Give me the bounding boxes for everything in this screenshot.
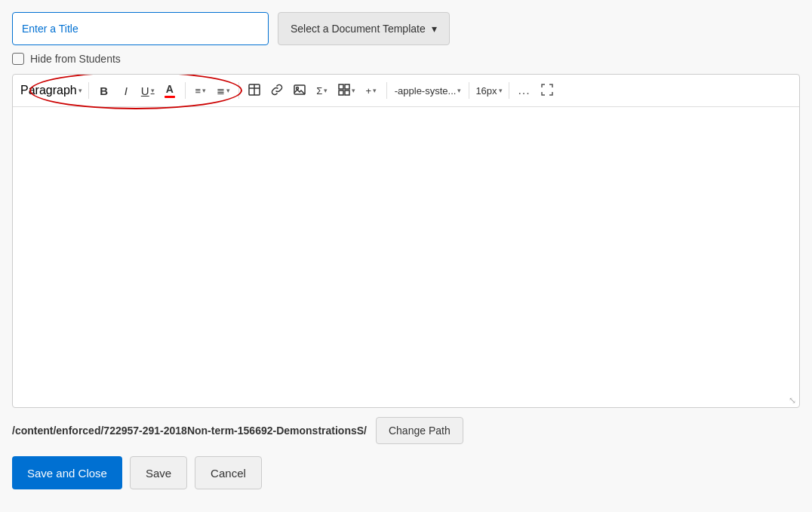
path-text: /content/enforced/722957-291-2018Non-ter… — [12, 425, 367, 437]
bold-button[interactable]: B — [94, 79, 115, 102]
resize-handle[interactable]: ⤡ — [789, 395, 796, 406]
font-family-select[interactable]: -apple-syste... ▾ — [392, 79, 465, 102]
underline-label: U — [141, 84, 149, 97]
paragraph-label: Paragraph — [20, 84, 77, 97]
save-close-button[interactable]: Save and Close — [12, 456, 122, 489]
cancel-button[interactable]: Cancel — [195, 456, 262, 489]
font-size-chevron: ▾ — [499, 87, 503, 94]
align-chevron: ▾ — [202, 87, 206, 94]
font-size-label: 16px — [475, 85, 497, 97]
paragraph-chevron: ▾ — [78, 87, 82, 94]
link-button[interactable] — [266, 79, 288, 102]
list-icon: ≣ — [217, 85, 225, 97]
link-icon — [271, 84, 283, 98]
hide-label: Hide from Students — [30, 53, 121, 65]
table-toggle-icon — [248, 84, 260, 98]
svg-rect-5 — [339, 84, 343, 89]
color-letter: A — [166, 83, 174, 95]
font-family-label: -apple-syste... — [395, 85, 457, 97]
hide-checkbox[interactable] — [12, 53, 24, 65]
path-row: /content/enforced/722957-291-2018Non-ter… — [12, 417, 800, 444]
image-icon — [294, 84, 306, 98]
list-group: ≣ ▾ — [213, 79, 234, 102]
font-size-select[interactable]: 16px ▾ — [474, 79, 503, 102]
sep-2 — [185, 82, 186, 99]
title-input[interactable] — [12, 12, 269, 45]
editor-body[interactable] — [13, 107, 799, 394]
svg-rect-6 — [345, 84, 349, 89]
image-button[interactable] — [289, 79, 310, 102]
editor-resize: ⤡ — [13, 394, 799, 407]
hide-from-students-row: Hide from Students — [12, 53, 800, 65]
align-icon: ≡ — [195, 85, 201, 97]
italic-button[interactable]: I — [115, 79, 137, 102]
sep-1 — [88, 82, 89, 99]
color-button[interactable]: A — [159, 79, 180, 102]
list-button[interactable]: ≣ ▾ — [213, 79, 234, 102]
svg-rect-8 — [345, 90, 349, 95]
sigma-icon: Σ — [316, 85, 322, 97]
path-bold: 722957-291-2018Non-term-156692-Demonstra… — [103, 425, 367, 437]
sep-6 — [509, 82, 509, 99]
sigma-button[interactable]: Σ ▾ — [312, 79, 333, 102]
sigma-chevron: ▾ — [324, 87, 328, 94]
editor-container: Paragraph ▾ B I U ▾ A ≡ — [12, 74, 800, 408]
color-bar — [165, 96, 175, 98]
grid-chevron: ▾ — [352, 87, 355, 94]
plus-chevron: ▾ — [373, 87, 377, 94]
list-chevron: ▾ — [226, 87, 230, 94]
path-prefix: /content/enforced/ — [12, 425, 103, 437]
sep-3 — [238, 82, 239, 99]
color-icon: A — [165, 83, 175, 98]
more-icon: ... — [518, 84, 530, 97]
plus-button[interactable]: + ▾ — [361, 79, 382, 102]
grid-button[interactable]: ▾ — [334, 79, 359, 102]
toolbar: Paragraph ▾ B I U ▾ A ≡ — [13, 75, 799, 107]
more-button[interactable]: ... — [514, 79, 535, 102]
table-toggle-button[interactable] — [244, 79, 265, 102]
align-group: ≡ ▾ — [190, 79, 211, 102]
sep-5 — [469, 82, 469, 99]
action-row: Save and Close Save Cancel — [12, 456, 800, 489]
grid-icon — [338, 84, 350, 98]
fullscreen-icon — [541, 84, 553, 98]
paragraph-select-wrap[interactable]: Paragraph ▾ — [19, 84, 84, 97]
template-button-label: Select a Document Template — [291, 23, 426, 35]
top-row: Select a Document Template ▾ — [12, 12, 800, 45]
format-group: B I U ▾ A — [94, 79, 180, 102]
sep-4 — [386, 82, 387, 99]
plus-icon: + — [365, 85, 371, 97]
fullscreen-button[interactable] — [537, 79, 558, 102]
svg-rect-7 — [339, 90, 343, 95]
font-family-chevron: ▾ — [457, 87, 461, 94]
save-button[interactable]: Save — [130, 456, 187, 489]
chevron-down-icon: ▾ — [432, 23, 437, 35]
underline-chevron: ▾ — [151, 87, 155, 94]
underline-button[interactable]: U ▾ — [137, 79, 158, 102]
template-button[interactable]: Select a Document Template ▾ — [278, 12, 450, 45]
change-path-button[interactable]: Change Path — [376, 417, 463, 444]
align-button[interactable]: ≡ ▾ — [190, 79, 211, 102]
paragraph-group: Paragraph ▾ — [19, 84, 84, 97]
